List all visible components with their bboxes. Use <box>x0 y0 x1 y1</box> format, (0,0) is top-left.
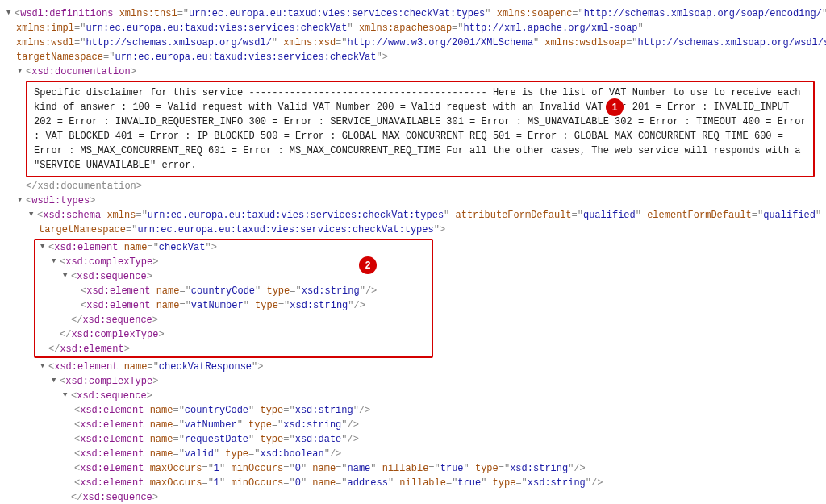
checkvat-complextype-close: </xsd:complexType> <box>35 327 432 342</box>
cvr-vatnumber: <xsd:element name="vatNumber" type="xsd:… <box>6 418 820 432</box>
xsd-schema-open: <xsd:schema xmlns="urn:ec.europa.eu:taxu… <box>6 208 820 223</box>
wsdl-definitions-cont3: targetNamespace="urn:ec.europa.eu:taxud:… <box>6 50 820 65</box>
expand-toggle[interactable] <box>52 256 60 268</box>
cvr-valid: <xsd:element name="valid" type="xsd:bool… <box>6 447 820 461</box>
expand-toggle[interactable] <box>18 195 26 206</box>
documentation-text: Specific disclaimer for this service ---… <box>34 85 807 173</box>
wsdl-definitions-cont2: xmlns:wsdl="http://schemas.xmlsoap.org/w… <box>6 35 820 50</box>
expand-toggle[interactable] <box>40 242 48 253</box>
cvr-complextype-open: <xsd:complexType> <box>6 374 820 389</box>
cvr-sequence-open: <xsd:sequence> <box>6 389 820 403</box>
wsdl-definitions-cont1: xmlns:impl="urn:ec.europa.eu:taxud:vies:… <box>6 21 820 35</box>
callout-box-2: 2 <xsd:element name="checkVat"> <xsd:com… <box>34 239 433 358</box>
wsdl-types-open: <wsdl:types> <box>6 194 820 208</box>
expand-toggle[interactable] <box>63 271 71 282</box>
expand-toggle[interactable] <box>63 390 71 402</box>
expand-toggle[interactable] <box>6 8 15 19</box>
xsd-documentation-open: <xsd:documentation> <box>6 65 820 79</box>
checkvat-element-open: <xsd:element name="checkVat"> <box>35 240 432 255</box>
checkvat-countrycode: <xsd:element name="countryCode" type="xs… <box>35 284 432 298</box>
expand-toggle[interactable] <box>40 361 48 373</box>
callout-badge-2: 2 <box>359 256 377 274</box>
cvr-sequence-close: </xsd:sequence> <box>6 490 820 504</box>
checkvat-vatnumber: <xsd:element name="vatNumber" type="xsd:… <box>35 298 432 313</box>
xsd-documentation-close: </xsd:documentation> <box>6 179 820 194</box>
wsdl-definitions-open: <wsdl:definitions xmlns:tns1="urn:ec.eur… <box>6 6 820 21</box>
callout-badge-1: 1 <box>606 98 624 116</box>
cvr-address: <xsd:element maxOccurs="1" minOccurs="0"… <box>6 476 820 490</box>
cvr-name: <xsd:element maxOccurs="1" minOccurs="0"… <box>6 461 820 476</box>
xsd-schema-cont: targetNamespace="urn:ec.europa.eu:taxud:… <box>6 223 820 237</box>
cvr-countrycode: <xsd:element name="countryCode" type="xs… <box>6 403 820 418</box>
callout-box-1: 1 Specific disclaimer for this service -… <box>26 81 815 177</box>
cvr-requestdate: <xsd:element name="requestDate" type="xs… <box>6 432 820 447</box>
checkvat-sequence-close: </xsd:sequence> <box>35 313 432 327</box>
checkvatresponse-open: <xsd:element name="checkVatResponse"> <box>6 360 820 374</box>
expand-toggle[interactable] <box>18 66 26 77</box>
checkvat-element-close: </xsd:element> <box>35 342 432 356</box>
expand-toggle[interactable] <box>29 210 37 221</box>
expand-toggle[interactable] <box>52 376 60 387</box>
